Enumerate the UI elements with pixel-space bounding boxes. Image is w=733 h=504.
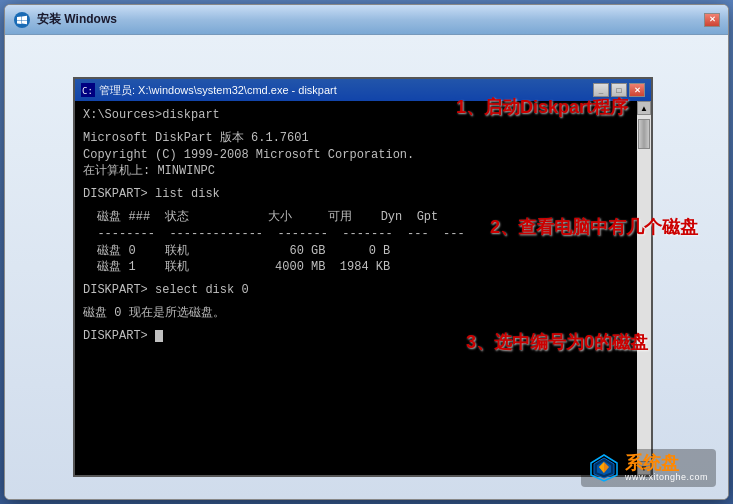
cmd-line-14: DISKPART>: [83, 328, 629, 345]
cmd-cursor: [155, 330, 163, 342]
logo-text-block: 系统盘 www.xitonghe.com: [625, 454, 708, 482]
cmd-close-button[interactable]: ✕: [629, 83, 645, 97]
install-window: 安装 Windows ✕ C: 管理员: X:\windows\system32…: [4, 4, 729, 500]
cmd-line-12: 磁盘 0 现在是所选磁盘。: [83, 305, 629, 322]
cmd-window: C: 管理员: X:\windows\system32\cmd.exe - di…: [73, 77, 653, 477]
cmd-line-4: Copyright (C) 1999-2008 Microsoft Corpor…: [83, 147, 629, 164]
logo-main-text: 系统盘: [625, 454, 708, 472]
logo-sub-text: www.xitonghe.com: [625, 472, 708, 482]
cmd-scroll-track[interactable]: [637, 115, 651, 461]
install-title: 安装 Windows: [37, 11, 704, 28]
cmd-line-1: X:\Sources>diskpart: [83, 107, 629, 124]
windows-logo-icon: [13, 11, 31, 29]
cmd-scroll-thumb[interactable]: [638, 119, 650, 149]
cmd-line-10: DISKPART> select disk 0: [83, 282, 629, 299]
cmd-maximize-button[interactable]: □: [611, 83, 627, 97]
cmd-scrollbar[interactable]: ▲ ▼: [637, 101, 651, 475]
svg-text:C:: C:: [82, 86, 93, 96]
cmd-table-sep: -------- ------------- ------- ------- -…: [83, 226, 629, 243]
cmd-line-7: DISKPART> list disk: [83, 186, 629, 203]
install-close-button[interactable]: ✕: [704, 13, 720, 27]
cmd-content-area: X:\Sources>diskpart Microsoft DiskPart 版…: [75, 101, 651, 475]
cmd-title: 管理员: X:\windows\system32\cmd.exe - diskp…: [99, 83, 593, 98]
cmd-body: X:\Sources>diskpart Microsoft DiskPart 版…: [75, 101, 637, 475]
cmd-table-row1: 磁盘 0 联机 60 GB 0 B: [83, 243, 629, 260]
install-body: C: 管理员: X:\windows\system32\cmd.exe - di…: [5, 35, 728, 499]
cmd-titlebar: C: 管理员: X:\windows\system32\cmd.exe - di…: [75, 79, 651, 101]
logo-area: 系统盘 www.xitonghe.com: [581, 449, 716, 487]
cmd-line-5: 在计算机上: MINWINPC: [83, 163, 629, 180]
cmd-icon: C:: [81, 83, 95, 97]
cmd-controls: _ □ ✕: [593, 83, 645, 97]
cmd-table-header: 磁盘 ### 状态 大小 可用 Dyn Gpt: [83, 209, 629, 226]
cmd-minimize-button[interactable]: _: [593, 83, 609, 97]
install-titlebar: 安装 Windows ✕: [5, 5, 728, 35]
cmd-scroll-up[interactable]: ▲: [637, 101, 651, 115]
cmd-line-3: Microsoft DiskPart 版本 6.1.7601: [83, 130, 629, 147]
logo-diamond-icon: [589, 453, 619, 483]
cmd-table-row2: 磁盘 1 联机 4000 MB 1984 KB: [83, 259, 629, 276]
